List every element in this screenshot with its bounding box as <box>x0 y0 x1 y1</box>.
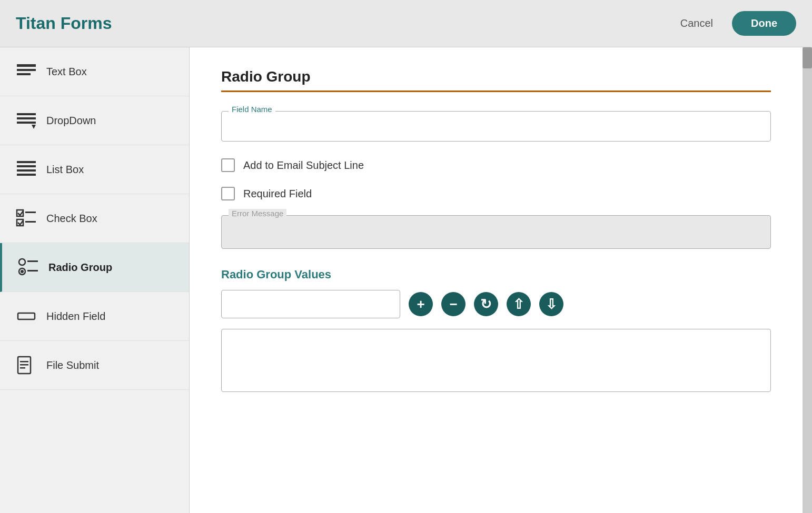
hidden-field-icon <box>16 306 37 327</box>
sidebar-item-radio-group[interactable]: Radio Group <box>0 243 189 292</box>
svg-rect-19 <box>27 270 38 271</box>
sidebar-item-text-box-label: Text Box <box>46 66 87 78</box>
add-to-email-row: Add to Email Subject Line <box>221 158 771 172</box>
dropdown-icon <box>16 110 37 131</box>
sidebar-item-list-box-label: List Box <box>46 164 84 176</box>
svg-rect-1 <box>17 69 36 71</box>
sidebar-item-dropdown[interactable]: DropDown <box>0 96 189 145</box>
main-layout: Text Box DropDown List Box <box>0 47 812 513</box>
svg-rect-4 <box>17 117 36 119</box>
sidebar-item-check-box[interactable]: Check Box <box>0 194 189 243</box>
sidebar-item-dropdown-label: DropDown <box>46 115 96 127</box>
svg-rect-20 <box>18 313 35 319</box>
field-name-label: Field Name <box>229 105 275 114</box>
sidebar-item-file-submit-label: File Submit <box>46 359 99 371</box>
text-box-icon <box>16 61 37 82</box>
svg-point-18 <box>21 270 24 273</box>
content-panel: Radio Group Field Name Add to Email Subj… <box>190 47 803 513</box>
rg-values-input[interactable] <box>221 290 400 318</box>
add-to-email-label: Add to Email Subject Line <box>243 159 364 172</box>
file-submit-icon <box>16 355 37 376</box>
svg-rect-16 <box>27 260 38 262</box>
header-actions: Cancel Done <box>672 11 796 36</box>
svg-marker-6 <box>32 125 36 129</box>
done-button[interactable]: Done <box>732 11 796 36</box>
rg-values-row: + − ↻ ⇧ ⇩ <box>221 290 771 318</box>
down-arrow-icon: ⇩ <box>546 296 557 313</box>
radio-group-icon <box>18 257 39 278</box>
svg-rect-7 <box>17 161 36 163</box>
field-name-input[interactable] <box>221 111 771 142</box>
reset-icon: ↻ <box>480 296 492 313</box>
move-up-button[interactable]: ⇧ <box>507 292 531 316</box>
add-icon: + <box>417 296 424 313</box>
required-field-row: Required Field <box>221 187 771 200</box>
move-down-button[interactable]: ⇩ <box>539 292 563 316</box>
sidebar-item-list-box[interactable]: List Box <box>0 145 189 194</box>
add-to-email-checkbox[interactable] <box>221 158 235 172</box>
rg-values-list[interactable] <box>221 329 771 392</box>
svg-rect-24 <box>20 367 25 369</box>
up-arrow-icon: ⇧ <box>513 296 524 313</box>
rg-values-title: Radio Group Values <box>221 268 771 281</box>
right-scroll-thumb[interactable] <box>803 47 812 68</box>
list-box-icon <box>16 159 37 180</box>
svg-rect-22 <box>20 361 28 363</box>
header: Titan Forms Cancel Done <box>0 0 812 47</box>
right-scrollbar <box>803 47 812 513</box>
section-divider <box>221 90 771 92</box>
sidebar-item-text-box[interactable]: Text Box <box>0 47 189 96</box>
error-message-group: Error Message <box>221 215 771 249</box>
reset-value-button[interactable]: ↻ <box>474 292 498 316</box>
add-value-button[interactable]: + <box>409 292 433 316</box>
app-title: Titan Forms <box>16 14 112 33</box>
field-name-group: Field Name <box>221 111 771 142</box>
required-field-label: Required Field <box>243 188 312 200</box>
svg-rect-23 <box>20 364 28 366</box>
svg-rect-5 <box>17 122 36 124</box>
sidebar-item-radio-group-label: Radio Group <box>48 261 112 274</box>
section-title: Radio Group <box>221 68 771 85</box>
error-message-input <box>221 215 771 249</box>
svg-rect-2 <box>17 73 31 75</box>
svg-rect-0 <box>17 64 36 67</box>
sidebar: Text Box DropDown List Box <box>0 47 190 513</box>
svg-point-15 <box>19 259 25 265</box>
remove-value-button[interactable]: − <box>441 292 466 316</box>
minus-icon: − <box>449 296 457 313</box>
svg-rect-12 <box>25 212 36 213</box>
sidebar-item-hidden-field[interactable]: Hidden Field <box>0 292 189 341</box>
svg-rect-14 <box>25 221 36 223</box>
error-message-label: Error Message <box>229 209 286 218</box>
required-field-checkbox[interactable] <box>221 187 235 200</box>
sidebar-item-hidden-field-label: Hidden Field <box>46 310 105 323</box>
cancel-button[interactable]: Cancel <box>672 12 721 35</box>
svg-rect-9 <box>17 169 36 172</box>
check-box-icon <box>16 208 37 229</box>
svg-rect-3 <box>17 113 36 115</box>
sidebar-item-check-box-label: Check Box <box>46 213 97 225</box>
svg-rect-10 <box>17 174 36 176</box>
sidebar-item-file-submit[interactable]: File Submit <box>0 341 189 390</box>
svg-rect-8 <box>17 165 36 167</box>
